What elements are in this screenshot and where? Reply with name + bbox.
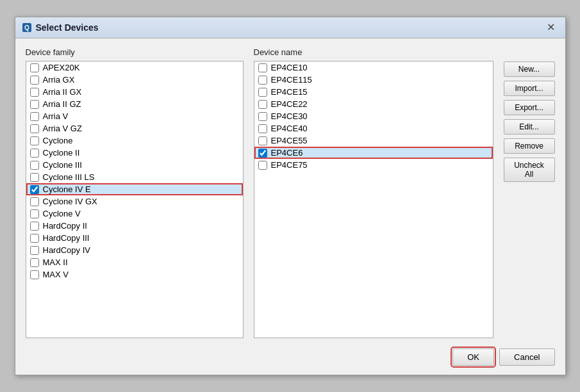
dialog-body: Device family APEX20KArria GXArria II GX…: [15, 38, 565, 375]
device-item-label: EP4CE15: [271, 87, 308, 97]
dialog-title: Select Devices: [36, 22, 99, 33]
device-item-label: EP4CE115: [271, 75, 312, 85]
device-checkbox[interactable]: [258, 63, 267, 72]
remove-button[interactable]: Remove: [504, 138, 555, 154]
family-checkbox[interactable]: [30, 76, 39, 85]
family-checkbox[interactable]: [30, 185, 39, 194]
import-button[interactable]: Import...: [504, 81, 555, 96]
family-item[interactable]: Cyclone III LS: [26, 171, 243, 183]
family-item[interactable]: APEX20K: [26, 61, 243, 74]
family-checkbox[interactable]: [30, 209, 39, 218]
family-item-label: MAX II: [43, 257, 68, 267]
title-bar-left: Q Select Devices: [22, 22, 99, 33]
family-item[interactable]: MAX II: [26, 256, 243, 268]
family-item-label: Cyclone V: [43, 209, 81, 218]
family-checkbox[interactable]: [30, 100, 39, 109]
devices-label: Device name: [254, 47, 493, 57]
family-item[interactable]: Cyclone II: [26, 147, 243, 159]
family-item[interactable]: HardCopy III: [26, 232, 243, 244]
action-buttons: New... Import... Export... Edit... Remov…: [504, 47, 555, 338]
family-item-label: Cyclone: [43, 136, 73, 145]
device-item-label: EP4CE30: [271, 111, 308, 121]
family-item[interactable]: Cyclone III: [26, 159, 243, 171]
family-item[interactable]: HardCopy II: [26, 220, 243, 232]
family-item-label: Cyclone III: [43, 160, 82, 170]
family-item[interactable]: MAX V: [26, 268, 243, 281]
family-item[interactable]: Cyclone V: [26, 208, 243, 220]
family-item-label: APEX20K: [43, 63, 80, 72]
family-item-label: Arria V: [43, 111, 69, 121]
family-item-label: HardCopy III: [43, 233, 90, 243]
device-checkbox[interactable]: [258, 161, 267, 170]
family-checkbox[interactable]: [30, 246, 39, 255]
devices-section: Device name EP4CE10EP4CE115EP4CE15EP4CE2…: [254, 47, 493, 338]
family-checkbox[interactable]: [30, 124, 39, 133]
family-item-label: Cyclone IV GX: [43, 197, 97, 206]
export-button[interactable]: Export...: [504, 100, 555, 115]
family-item-label: Cyclone II: [43, 148, 80, 158]
device-checkbox[interactable]: [258, 124, 267, 133]
family-item-label: HardCopy II: [43, 221, 87, 231]
family-item[interactable]: Arria GX: [26, 74, 243, 86]
family-item-label: Arria II GX: [43, 87, 82, 97]
new-button[interactable]: New...: [504, 61, 555, 77]
family-item-label: Cyclone IV E: [43, 184, 91, 194]
family-checkbox[interactable]: [30, 149, 39, 158]
device-item[interactable]: EP4CE55: [254, 135, 493, 147]
family-item[interactable]: HardCopy IV: [26, 244, 243, 256]
family-item-label: Arria GX: [43, 75, 75, 85]
app-icon: Q: [22, 22, 32, 33]
device-checkbox[interactable]: [258, 88, 267, 97]
family-item[interactable]: Arria II GZ: [26, 98, 243, 110]
family-item[interactable]: Arria V GZ: [26, 122, 243, 135]
device-list[interactable]: EP4CE10EP4CE115EP4CE15EP4CE22EP4CE30EP4C…: [254, 61, 493, 338]
select-devices-dialog: Q Select Devices ✕ Device family APEX20K…: [15, 17, 566, 375]
device-checkbox[interactable]: [258, 136, 267, 145]
edit-button[interactable]: Edit...: [504, 119, 555, 135]
family-checkbox[interactable]: [30, 234, 39, 243]
family-item-label: Arria V GZ: [43, 124, 82, 133]
device-item[interactable]: EP4CE30: [254, 110, 493, 122]
family-checkbox[interactable]: [30, 222, 39, 231]
family-item-label: Arria II GZ: [43, 99, 81, 109]
family-item[interactable]: Arria V: [26, 110, 243, 122]
close-button[interactable]: ✕: [543, 21, 559, 34]
family-checkbox[interactable]: [30, 136, 39, 145]
ok-button[interactable]: OK: [452, 348, 494, 366]
family-item[interactable]: Cyclone IV E: [26, 183, 243, 195]
family-checkbox[interactable]: [30, 112, 39, 121]
family-checkbox[interactable]: [30, 173, 39, 182]
family-checkbox[interactable]: [30, 88, 39, 97]
family-checkbox[interactable]: [30, 197, 39, 206]
device-item-label: EP4CE75: [271, 160, 308, 170]
family-item[interactable]: Cyclone IV GX: [26, 195, 243, 208]
family-item[interactable]: Cyclone: [26, 135, 243, 147]
bottom-row: OK Cancel: [26, 345, 555, 368]
device-item[interactable]: EP4CE15: [254, 86, 493, 98]
device-item[interactable]: EP4CE75: [254, 159, 493, 171]
family-item-label: HardCopy IV: [43, 245, 90, 255]
family-label: Device family: [26, 47, 244, 57]
device-item-label: EP4CE55: [271, 136, 308, 145]
device-checkbox[interactable]: [258, 112, 267, 121]
family-checkbox[interactable]: [30, 270, 39, 279]
device-item[interactable]: EP4CE6: [254, 147, 493, 159]
device-checkbox[interactable]: [258, 149, 267, 158]
cancel-button[interactable]: Cancel: [499, 348, 554, 366]
device-item[interactable]: EP4CE10: [254, 61, 493, 74]
family-checkbox[interactable]: [30, 63, 39, 72]
title-bar: Q Select Devices ✕: [15, 17, 565, 38]
lists-row: Device family APEX20KArria GXArria II GX…: [26, 47, 555, 338]
family-list[interactable]: APEX20KArria GXArria II GXArria II GZArr…: [26, 61, 244, 338]
family-section: Device family APEX20KArria GXArria II GX…: [26, 47, 244, 338]
device-item[interactable]: EP4CE115: [254, 74, 493, 86]
device-item[interactable]: EP4CE40: [254, 122, 493, 135]
device-item[interactable]: EP4CE22: [254, 98, 493, 110]
device-checkbox[interactable]: [258, 100, 267, 109]
uncheck-all-button[interactable]: Uncheck All: [504, 158, 555, 182]
family-checkbox[interactable]: [30, 161, 39, 170]
device-item-label: EP4CE40: [271, 124, 308, 133]
family-checkbox[interactable]: [30, 258, 39, 267]
family-item[interactable]: Arria II GX: [26, 86, 243, 98]
device-checkbox[interactable]: [258, 76, 267, 85]
